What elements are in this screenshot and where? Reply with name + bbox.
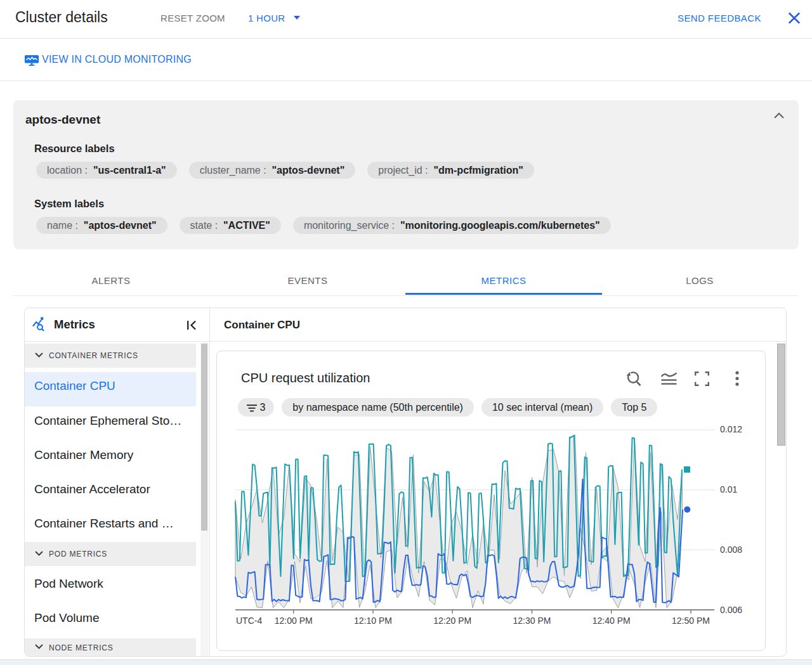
svg-text:0.006: 0.006 — [720, 605, 742, 615]
svg-text:12:50 PM: 12:50 PM — [672, 616, 710, 626]
svg-text:12:10 PM: 12:10 PM — [354, 616, 392, 626]
svg-text:12:30 PM: 12:30 PM — [513, 616, 551, 626]
svg-text:0.012: 0.012 — [720, 424, 742, 434]
svg-text:UTC-4: UTC-4 — [236, 616, 262, 626]
svg-text:12:20 PM: 12:20 PM — [433, 616, 471, 626]
svg-text:12:00 PM: 12:00 PM — [275, 616, 313, 626]
svg-text:12:40 PM: 12:40 PM — [593, 616, 631, 626]
svg-text:0.01: 0.01 — [720, 484, 737, 494]
svg-text:0.008: 0.008 — [720, 545, 742, 555]
